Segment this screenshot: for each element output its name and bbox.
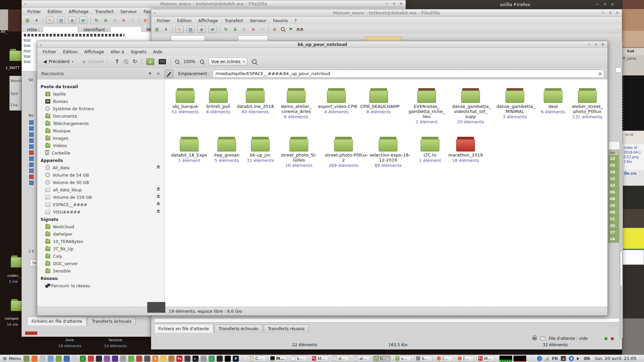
menu-affichage[interactable]: Affichage	[84, 49, 104, 54]
folder-street-photo-p0llux-2[interactable]: street-photo-P0llux-2269 éléments	[325, 137, 362, 168]
tab-transferts-r-ussis[interactable]: Transferts réussis	[264, 324, 309, 333]
stop-button[interactable]	[124, 59, 128, 64]
menu-serveur[interactable]: Serveur	[250, 18, 266, 23]
zoom-in-icon[interactable]	[200, 60, 204, 64]
sublime-icon[interactable]: S	[152, 356, 158, 362]
pen-toolbar-icon[interactable]: ✎	[46, 16, 54, 24]
tab-transferts-chou-s[interactable]: Transferts échoués	[88, 317, 136, 325]
lock-toolbar-icon[interactable]: ◉	[68, 16, 76, 24]
firefox-titlebar[interactable]: ozilla Firefox −+×	[406, 0, 644, 9]
grid-toolbar-icon[interactable]: ▤	[186, 25, 195, 33]
sidebar-item-10-terabytes[interactable]: 10_TERABytes	[37, 238, 164, 245]
folder-databit-me-2018[interactable]: databit.me_201880 éléments	[237, 88, 274, 115]
tab-fichiers-en-file-d-attente[interactable]: Fichiers en file d'attente	[27, 316, 87, 325]
user-input[interactable]	[110, 26, 142, 33]
lst-toolbar-icon[interactable]: ≡	[272, 26, 278, 32]
taskbar-window-b[interactable]: b...	[373, 356, 391, 362]
folder-street-photo-st-gilles[interactable]: street_photo_St-Gilles16 éléments	[280, 137, 317, 168]
volume-icon[interactable]	[577, 357, 581, 360]
menu-aide[interactable]: Aide	[153, 49, 162, 54]
sidebar-item-images[interactable]: Images	[37, 134, 164, 142]
window-controls[interactable]: −+✕	[587, 42, 605, 47]
flag-toolbar-icon[interactable]: ⚑	[288, 26, 294, 32]
pinwheel-icon[interactable]	[88, 356, 94, 362]
window-controls[interactable]: −+×	[601, 10, 619, 15]
lst-toolbar-icon[interactable]: ≡	[142, 17, 148, 23]
horse-icon[interactable]	[225, 356, 231, 362]
menu-affichage[interactable]: Affichage	[198, 18, 218, 23]
menu-signets[interactable]: Signets	[131, 49, 146, 54]
menu-aller[interactable]: Aller à	[111, 49, 124, 54]
screwdriver-icon[interactable]	[120, 356, 126, 362]
up-button[interactable]: ↑	[115, 58, 119, 65]
sidebar-item-espace[interactable]: ESPACE__####	[37, 201, 164, 208]
swap-toolbar-icon[interactable]: ⇄	[79, 16, 87, 24]
folder-british-poll[interactable]: british_poll8 éléments	[200, 88, 237, 115]
vertical-scrollbar[interactable]	[620, 150, 623, 338]
eject-icon[interactable]	[156, 194, 160, 198]
headphones-icon[interactable]	[112, 356, 118, 362]
location-input[interactable]: /media/lep0le/ESPACE__####/bk_up_pour_nx…	[213, 70, 604, 78]
calculator-icon[interactable]	[144, 356, 150, 362]
srv-toolbar-icon[interactable]: ▦	[24, 17, 31, 23]
battery-icon[interactable]	[584, 357, 589, 360]
taskbar-window-d[interactable]: d...	[331, 356, 349, 362]
file-manager-titlebar[interactable]: ▾ bk_up_pour_nxtcloud −+✕	[37, 41, 607, 48]
menu-dition[interactable]: Édition	[177, 18, 192, 23]
menu-x[interactable]: ?	[294, 18, 297, 23]
folder-selection-expo-18-12-2019[interactable]: selection-expo-18-12-201989 éléments	[370, 137, 407, 168]
sidebar-item-volume-de-54-gb[interactable]: Volume de 54 GB	[37, 171, 164, 179]
terminal-icon[interactable]: >_	[193, 356, 199, 362]
link-text[interactable]: 2 Kio	[624, 160, 644, 164]
desktop-launcher-icon[interactable]	[23, 356, 30, 362]
window-menu-icon[interactable]: ▾	[40, 43, 42, 47]
folder-cpie-beauchamp[interactable]: CPIE_bEAUCHAMP8 éléments	[360, 88, 397, 115]
folder-marathon-2019[interactable]: marathon_201918 éléments	[447, 137, 484, 163]
menu-dition[interactable]: Édition	[63, 49, 77, 54]
taskbar-window-s[interactable]: S...	[414, 356, 432, 362]
desktop-item-livre[interactable]: livre	[66, 338, 74, 342]
menu-fichier[interactable]: Fichier	[27, 9, 41, 14]
taskbar-window-x[interactable]: [...	[435, 356, 453, 362]
sidebar-item-3t-bk-up[interactable]: 3T_Bk_Up	[37, 245, 164, 252]
folder-danse-gambetta-minimal[interactable]: danse_gambetta_MINIMAL3 éléments	[496, 88, 533, 120]
taskbar-window-m[interactable]: FzM...	[310, 356, 328, 362]
car-toolbar-icon[interactable]: ▾	[34, 17, 40, 23]
eject-icon[interactable]	[156, 165, 160, 168]
computer-button[interactable]	[159, 59, 166, 64]
vinyl-icon[interactable]	[56, 356, 62, 362]
sidebar-item-volume-de-159-gb[interactable]: Volume de 159 GB	[37, 193, 164, 201]
dwn-toolbar-icon[interactable]: ⇊	[232, 26, 238, 32]
sidebar-item-documents[interactable]: Documents	[37, 112, 164, 120]
pen-toolbar-icon[interactable]: ✎	[175, 25, 183, 33]
folder-obj-banque[interactable]: obj_banque51 éléments	[167, 88, 204, 115]
menu-transfert[interactable]: Transfert	[95, 9, 114, 14]
home-button[interactable]: ⌂	[146, 58, 154, 65]
keyboard-layout[interactable]: FR	[552, 356, 558, 361]
red-device-icon[interactable]	[136, 356, 142, 362]
player-icon[interactable]: P	[233, 356, 239, 362]
folder-demo-atelier-cinema-arles[interactable]: demo_atelier_cinema_Arles6 éléments	[278, 88, 315, 120]
gx-toolbar-icon[interactable]: ×	[112, 17, 118, 23]
menu-transfert[interactable]: Transfert	[225, 18, 243, 23]
sidebar-item-lep0le[interactable]: ⌂lep0le	[37, 90, 164, 98]
lock-toolbar-icon[interactable]: ◉	[198, 25, 206, 33]
link-text[interactable]: 0.52.png	[624, 155, 644, 160]
edit-path-toggle[interactable]	[165, 69, 173, 78]
network-graph[interactable]	[514, 356, 526, 362]
sphere-icon[interactable]	[201, 356, 207, 362]
sidebar-item-parcourir-le-r-seau[interactable]: Parcourir le réseau	[37, 282, 164, 289]
eject-icon[interactable]	[156, 187, 160, 190]
tab-fichiers-en-file-d-attente[interactable]: Fichiers en file d'attente	[154, 324, 213, 333]
folder-view[interactable]: obj_banque51 élémentsbritish_poll8 éléme…	[165, 79, 607, 307]
window-menu-icon[interactable]: ▾	[154, 11, 156, 15]
menu-favoris[interactable]: Favoris	[273, 18, 288, 23]
taskbar-window-m[interactable]: FzM...	[477, 356, 495, 362]
taskbar-window-k[interactable]: k...	[289, 356, 308, 362]
folder-itep-gresan[interactable]: itep_gresan5 éléments	[208, 137, 245, 163]
update-shield-icon[interactable]: !	[537, 356, 542, 361]
taskbar-window-x[interactable]: [...	[456, 356, 474, 362]
folder-atelier-street-photo-p0llux[interactable]: atelier_street_photo_P0llux131 éléments	[569, 88, 606, 120]
filezilla-launcher-icon[interactable]: Fz	[176, 356, 182, 362]
clock-check-icon[interactable]: ✓	[209, 356, 215, 362]
